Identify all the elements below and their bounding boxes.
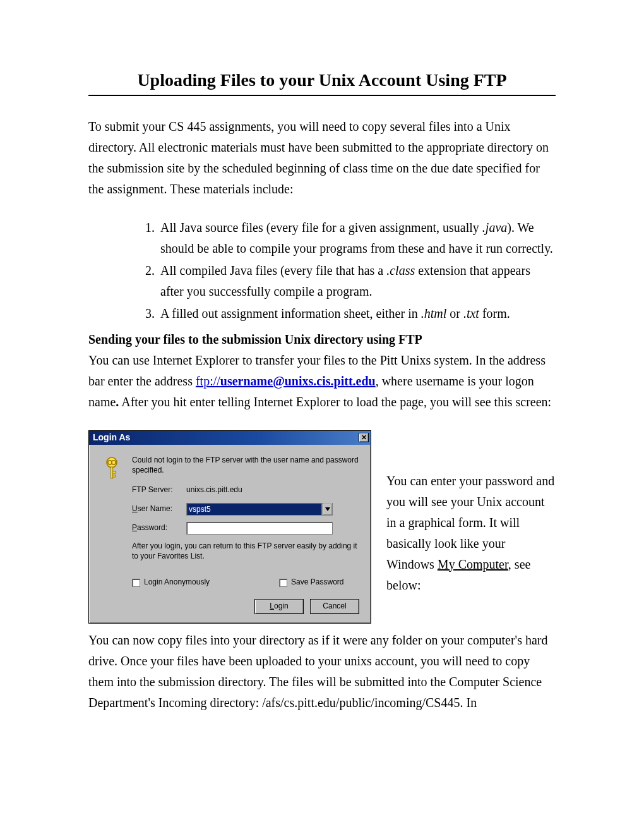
- text: or: [446, 306, 463, 320]
- text: Login: [144, 577, 164, 586]
- file-ext: .txt: [463, 306, 479, 320]
- file-ext: .java: [482, 221, 507, 234]
- file-ext: .class: [386, 263, 415, 277]
- text: nonymously: [169, 577, 210, 586]
- login-anon-checkbox[interactable]: Login Anonymously: [132, 576, 210, 589]
- username-field[interactable]: [186, 503, 322, 516]
- chevron-down-icon: [325, 507, 330, 511]
- password-label: Password:: [132, 522, 186, 535]
- mnemonic: S: [291, 577, 296, 586]
- intro-paragraph: To submit your CS 445 assignments, you w…: [88, 116, 556, 200]
- text: ave Password: [296, 577, 343, 586]
- login-dialog: Login As ✕: [88, 430, 371, 624]
- page-title: Uploading Files to your Unix Account Usi…: [88, 70, 556, 91]
- file-ext: .html: [421, 306, 447, 320]
- svg-marker-6: [325, 507, 330, 511]
- list-item: All compiled Java files (every file that…: [158, 260, 556, 302]
- text: assword:: [137, 523, 167, 532]
- dialog-message: Could not login to the FTP server with t…: [132, 455, 362, 475]
- mnemonic: L: [270, 601, 274, 610]
- text: ser Name:: [138, 504, 172, 513]
- combo-dropdown-button[interactable]: [322, 503, 333, 516]
- after-figure-paragraph: You can now copy files into your directo…: [88, 630, 556, 713]
- list-item: All Java source files (every file for a …: [158, 217, 556, 259]
- text: form.: [479, 306, 510, 320]
- list-item: A filled out assignment information shee…: [158, 303, 556, 324]
- ftp-paragraph: You can use Internet Explorer to transfe…: [88, 350, 556, 413]
- save-password-checkbox[interactable]: Save Password: [279, 576, 343, 589]
- login-button[interactable]: Login: [254, 599, 304, 614]
- figure-caption: You can enter your password and you will…: [386, 430, 556, 596]
- dialog-titlebar[interactable]: Login As ✕: [89, 431, 371, 445]
- ftp-link[interactable]: ftp://username@unixs.cis.pitt.edu: [196, 374, 376, 388]
- cancel-button[interactable]: Cancel: [310, 599, 359, 614]
- text: All Java source files (every file for a …: [160, 221, 482, 234]
- svg-rect-5: [113, 475, 116, 477]
- ftp-server-label: FTP Server:: [132, 484, 186, 497]
- key-icon: [104, 456, 126, 481]
- text: After you hit enter telling Internet Exp…: [119, 395, 551, 409]
- text: A filled out assignment information shee…: [160, 306, 421, 320]
- text: You can enter your password and you will…: [386, 474, 554, 571]
- checkbox-icon: [132, 579, 140, 587]
- my-computer-text: My Computer: [438, 557, 508, 571]
- close-icon: ✕: [361, 434, 367, 441]
- text: Cancel: [323, 600, 346, 613]
- mnemonic: P: [132, 523, 137, 532]
- mnemonic: U: [132, 504, 138, 513]
- link-protocol: ftp://: [196, 374, 220, 388]
- section-heading: Sending your files to the submission Uni…: [88, 329, 556, 350]
- title-rule: [88, 95, 556, 96]
- favorites-note: After you login, you can return to this …: [132, 541, 362, 561]
- checkbox-icon: [279, 579, 287, 587]
- username-label: User Name:: [132, 503, 186, 516]
- checkbox-label: Save Password: [291, 576, 343, 589]
- username-combo[interactable]: [186, 503, 333, 516]
- password-field[interactable]: [186, 522, 333, 535]
- dialog-title: Login As: [93, 430, 130, 445]
- ftp-server-value: unixs.cis.pitt.edu: [186, 484, 242, 497]
- text: ogin: [274, 601, 289, 610]
- mnemonic: A: [164, 577, 169, 586]
- svg-rect-4: [113, 471, 116, 473]
- link-address: username@unixs.cis.pitt.edu: [220, 374, 376, 388]
- materials-list: All Java source files (every file for a …: [88, 217, 556, 324]
- close-button[interactable]: ✕: [359, 433, 369, 442]
- text: All compiled Java files (every file that…: [160, 263, 386, 277]
- checkbox-label: Login Anonymously: [144, 576, 210, 589]
